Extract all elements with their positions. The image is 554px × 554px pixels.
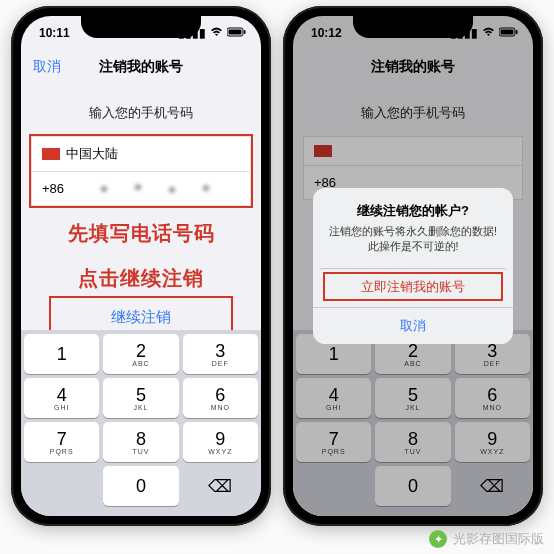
- keypad-letters: JKL: [133, 404, 148, 411]
- modal-overlay: 继续注销您的帐户? 注销您的账号将永久删除您的数据! 此操作是不可逆的! 立即注…: [293, 16, 533, 516]
- annotation-fill-phone: 先填写电话号码: [21, 220, 261, 247]
- keypad-key-5[interactable]: 5JKL: [103, 378, 178, 418]
- numeric-keypad-left: 12ABC3DEF4GHI5JKL6MNO7PQRS8TUV9WXYZ0⌫: [21, 330, 261, 516]
- country-label: 中国大陆: [66, 145, 118, 163]
- keypad-blank: [24, 466, 99, 506]
- dialog-message-1: 注销您的账号将永久删除您的数据!: [327, 224, 499, 239]
- keypad-digit: 7: [57, 430, 67, 448]
- wifi-icon: [210, 26, 223, 40]
- battery-icon: [227, 26, 247, 40]
- flag-icon: [42, 148, 60, 160]
- keypad-key-4[interactable]: 4GHI: [24, 378, 99, 418]
- keypad-letters: ABC: [132, 360, 149, 367]
- notch: [81, 16, 201, 38]
- keypad-key-8[interactable]: 8TUV: [103, 422, 178, 462]
- keypad-digit: 6: [215, 386, 225, 404]
- phone-left: 10:11 ▮▮▮▮ 取消 注销我的账号 输入您的手机号码: [11, 6, 271, 526]
- wechat-icon: ✦: [429, 530, 447, 548]
- phone-number-blurred: [70, 180, 240, 198]
- status-time: 10:11: [39, 26, 70, 40]
- phone-input-group: 中国大陆 +86: [31, 136, 251, 206]
- keypad-key-9[interactable]: 9WXYZ: [183, 422, 258, 462]
- keypad-key-6[interactable]: 6MNO: [183, 378, 258, 418]
- keypad-key-3[interactable]: 3DEF: [183, 334, 258, 374]
- keypad-letters: TUV: [132, 448, 149, 455]
- cancel-button[interactable]: 取消: [33, 58, 61, 76]
- keypad-digit: 5: [136, 386, 146, 404]
- keypad-digit: 4: [57, 386, 67, 404]
- keypad-key-1[interactable]: 1: [24, 334, 99, 374]
- phone-right: 10:12 ▮▮▮▮ 注销我的账号 输入您的手机号码: [283, 6, 543, 526]
- keypad-delete[interactable]: ⌫: [183, 466, 258, 506]
- watermark-text: 光影存图国际版: [453, 530, 544, 548]
- dialog-title: 继续注销您的帐户?: [327, 202, 499, 220]
- svg-rect-2: [244, 30, 246, 34]
- page-title: 注销我的账号: [99, 58, 183, 76]
- keypad-letters: WXYZ: [208, 448, 232, 455]
- keypad-digit: 1: [57, 345, 67, 363]
- watermark: ✦ 光影存图国际版: [429, 530, 544, 548]
- keypad-digit: 8: [136, 430, 146, 448]
- confirm-dialog: 继续注销您的帐户? 注销您的账号将永久删除您的数据! 此操作是不可逆的! 立即注…: [313, 188, 513, 343]
- confirm-delete-button[interactable]: 立即注销我的账号: [319, 268, 507, 305]
- keypad-letters: DEF: [212, 360, 229, 367]
- svg-rect-1: [229, 30, 242, 35]
- keypad-key-7[interactable]: 7PQRS: [24, 422, 99, 462]
- keypad-letters: PQRS: [50, 448, 74, 455]
- keypad-key-0[interactable]: 0: [103, 466, 178, 506]
- dialog-message-2: 此操作是不可逆的!: [327, 239, 499, 254]
- keypad-letters: GHI: [54, 404, 69, 411]
- annotation-click-continue: 点击继续注销: [21, 265, 261, 292]
- keypad-digit: 2: [136, 342, 146, 360]
- country-select[interactable]: 中国大陆: [31, 136, 251, 172]
- keypad-key-2[interactable]: 2ABC: [103, 334, 178, 374]
- phone-input[interactable]: +86: [31, 172, 251, 206]
- notch: [353, 16, 473, 38]
- keypad-digit: 9: [215, 430, 225, 448]
- dialog-cancel-button[interactable]: 取消: [313, 307, 513, 344]
- keypad-digit: 0: [136, 477, 146, 495]
- subtitle: 输入您的手机号码: [21, 104, 261, 122]
- keypad-digit: 3: [215, 342, 225, 360]
- dial-code: +86: [42, 181, 64, 196]
- keypad-letters: MNO: [211, 404, 230, 411]
- nav-bar: 取消 注销我的账号: [21, 50, 261, 84]
